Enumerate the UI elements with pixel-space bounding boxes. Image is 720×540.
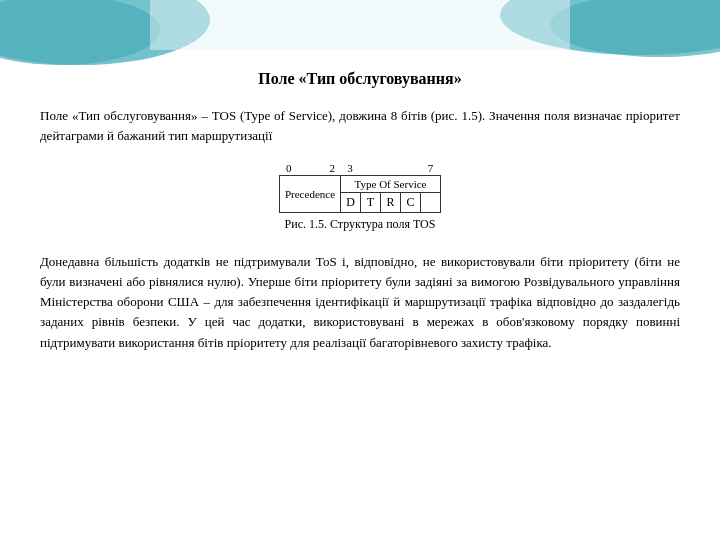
tos-table: 0 2 3 7 Precedence Type Of Service D bbox=[279, 161, 441, 213]
label-row: Precedence Type Of Service bbox=[279, 176, 440, 193]
num-0: 0 bbox=[279, 161, 299, 176]
precedence-cell: Precedence bbox=[279, 176, 340, 213]
num-7: 7 bbox=[421, 161, 441, 176]
bit-r: R bbox=[381, 193, 401, 213]
bit-c: C bbox=[401, 193, 421, 213]
bit-empty bbox=[421, 193, 441, 213]
page-title: Поле «Тип обслуговування» bbox=[40, 70, 680, 88]
num-2: 2 bbox=[320, 161, 340, 176]
bit-t: T bbox=[361, 193, 381, 213]
num-3: 3 bbox=[341, 161, 361, 176]
num-spacer4 bbox=[401, 161, 421, 176]
bit-d: D bbox=[341, 193, 361, 213]
number-row: 0 2 3 7 bbox=[279, 161, 440, 176]
main-content: Поле «Тип обслуговування» Поле «Тип обсл… bbox=[0, 0, 720, 373]
type-of-service-label: Type Of Service bbox=[341, 176, 441, 193]
main-paragraph: Донедавна більшість додатків не підтриму… bbox=[40, 252, 680, 353]
num-spacer2 bbox=[361, 161, 381, 176]
intro-paragraph: Поле «Тип обслуговування» – TOS (Type of… bbox=[40, 106, 680, 145]
figure-caption: Рис. 1.5. Структура поля TOS bbox=[285, 217, 436, 232]
num-spacer3 bbox=[381, 161, 401, 176]
diagram-container: 0 2 3 7 Precedence Type Of Service D bbox=[40, 161, 680, 246]
num-spacer bbox=[300, 161, 320, 176]
